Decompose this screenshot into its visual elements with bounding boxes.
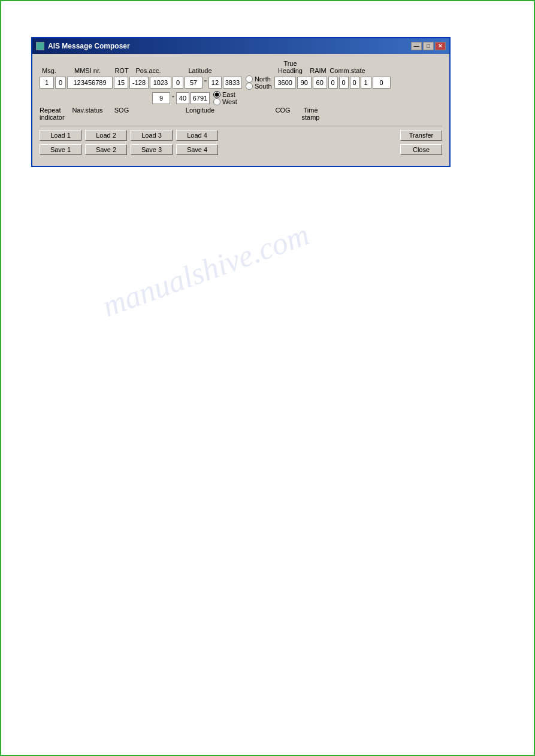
load2-button[interactable]: Load 2: [85, 130, 127, 141]
window-icon: [36, 42, 44, 50]
repeat-field[interactable]: [55, 77, 66, 89]
v3-field[interactable]: [350, 77, 359, 89]
cog-field[interactable]: [313, 77, 327, 89]
repeat-indicator-label: Repeatindicator: [40, 107, 59, 121]
lat2-field[interactable]: [208, 77, 222, 89]
lon2-field[interactable]: [176, 92, 189, 104]
restore-button[interactable]: □: [423, 42, 434, 50]
ns-radio-group: North South: [246, 75, 272, 90]
nav-status-label: Nav.status: [64, 107, 111, 114]
minimize-button[interactable]: —: [411, 42, 422, 50]
save1-button[interactable]: Save 1: [40, 144, 81, 155]
south-label: South: [255, 83, 272, 90]
save2-button[interactable]: Save 2: [85, 144, 127, 155]
true-heading2-field[interactable]: [297, 77, 312, 89]
mmsi-field[interactable]: [67, 77, 113, 89]
msg-field[interactable]: [40, 77, 54, 89]
rot2-field[interactable]: [129, 77, 149, 89]
time-stamp-label: Timestamp: [294, 107, 327, 121]
cog-label: COG: [274, 107, 292, 114]
comm-state-label: Comm.state: [330, 67, 365, 74]
pos-acc2-field[interactable]: [173, 77, 183, 89]
close-window-button[interactable]: ✕: [435, 42, 446, 50]
north-radio-item: North: [246, 75, 272, 83]
raim-field[interactable]: [361, 77, 371, 89]
north-radio[interactable]: [246, 75, 253, 83]
mmsi-label: MMSI nr.: [64, 67, 111, 74]
lon3-field[interactable]: [191, 92, 210, 104]
window-title: AIS Message Composer: [48, 42, 130, 50]
msg-label: Msg.: [40, 67, 59, 74]
divider1: [40, 126, 442, 126]
true-heading-group: [274, 77, 312, 89]
watermark: manualshive.com: [98, 217, 314, 324]
lat3-field[interactable]: [223, 77, 242, 89]
load3-button[interactable]: Load 3: [131, 130, 173, 141]
v2-field[interactable]: [339, 77, 349, 89]
pos-acc-field[interactable]: [150, 77, 171, 89]
east-radio[interactable]: [213, 91, 220, 98]
save3-button[interactable]: Save 3: [131, 144, 173, 155]
lat1-field[interactable]: [185, 77, 202, 89]
load1-button[interactable]: Load 1: [40, 130, 81, 141]
lon1-field[interactable]: [152, 92, 170, 104]
east-radio-item: East: [213, 91, 237, 98]
rot-label: ROT: [113, 67, 131, 74]
v1-field[interactable]: [328, 77, 338, 89]
ew-radio-group: East West: [213, 91, 237, 105]
window-body: Msg. MMSI nr. ROT Pos.acc. Latitude True…: [32, 54, 449, 166]
close-button[interactable]: Close: [400, 144, 442, 155]
title-bar-left: AIS Message Composer: [36, 42, 130, 50]
transfer-button[interactable]: Transfer: [400, 130, 442, 141]
latitude-label: Latitude: [173, 67, 227, 74]
rot-field[interactable]: [114, 77, 128, 89]
lat-sep1: ": [204, 79, 207, 86]
lon-sep1: ": [171, 95, 175, 102]
longitude-label: Longitude: [173, 107, 227, 114]
true-heading1-field[interactable]: [274, 77, 296, 89]
save-buttons-row: Save 1 Save 2 Save 3 Save 4 Close: [40, 144, 442, 155]
raim-label: RAIM: [309, 67, 327, 74]
west-radio[interactable]: [213, 98, 220, 105]
east-label: East: [222, 91, 235, 98]
load4-button[interactable]: Load 4: [176, 130, 218, 141]
title-buttons: — □ ✕: [411, 42, 446, 50]
ais-window: AIS Message Composer — □ ✕ Msg. MMSI nr.…: [31, 37, 451, 167]
west-radio-item: West: [213, 98, 237, 105]
load-buttons-row: Load 1 Load 2 Load 3 Load 4 Transfer: [40, 130, 442, 141]
title-bar: AIS Message Composer — □ ✕: [32, 38, 449, 54]
south-radio-item: South: [246, 83, 272, 90]
save4-button[interactable]: Save 4: [176, 144, 218, 155]
west-label: West: [222, 98, 237, 105]
south-radio[interactable]: [246, 83, 253, 90]
pos-acc-label: Pos.acc.: [132, 67, 165, 74]
comm-state-field[interactable]: [373, 77, 391, 89]
north-label: North: [255, 75, 271, 83]
page: AIS Message Composer — □ ✕ Msg. MMSI nr.…: [0, 0, 535, 756]
sog-label: SOG: [113, 107, 131, 114]
true-heading-label: TrueHeading: [274, 60, 307, 74]
